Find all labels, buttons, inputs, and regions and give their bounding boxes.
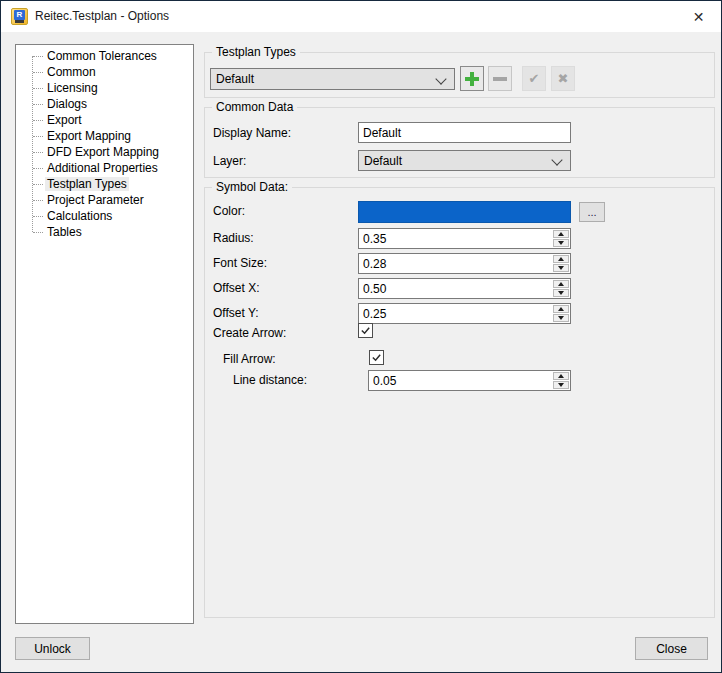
sidebar-item-licensing[interactable]: Licensing <box>16 80 193 96</box>
line-distance-field <box>368 370 571 391</box>
spin-down-button[interactable] <box>553 314 569 322</box>
checkmark-icon: ✔ <box>529 72 540 85</box>
sidebar-item-testplan-types[interactable]: Testplan Types <box>16 176 193 192</box>
triangle-down-icon <box>558 316 564 320</box>
spin-down-button[interactable] <box>553 381 569 389</box>
testplan-type-selected-value: Default <box>216 72 254 86</box>
sidebar-item-dialogs[interactable]: Dialogs <box>16 96 193 112</box>
offset-x-label: Offset X: <box>213 281 259 295</box>
radius-input[interactable] <box>359 229 558 248</box>
triangle-down-icon <box>558 266 564 270</box>
chevron-down-icon <box>551 154 562 165</box>
sidebar-item-common-tolerances[interactable]: Common Tolerances <box>16 48 193 64</box>
spin-up-button[interactable] <box>553 255 569 263</box>
app-icon: R <box>11 8 28 25</box>
layer-selected-value: Default <box>364 154 402 168</box>
color-swatch[interactable] <box>358 201 571 223</box>
color-browse-button[interactable]: ... <box>579 202 605 222</box>
symbol-data-group: Symbol Data: <box>204 187 715 618</box>
chevron-down-icon <box>435 73 446 84</box>
display-name-label: Display Name: <box>213 126 291 140</box>
display-name-input[interactable] <box>358 122 571 143</box>
sidebar-item-export-mapping[interactable]: Export Mapping <box>16 128 193 144</box>
offset-x-input[interactable] <box>359 279 558 298</box>
triangle-down-icon <box>558 291 564 295</box>
confirm-testplan-type-button[interactable]: ✔ <box>522 66 546 91</box>
common-data-group-label: Common Data <box>212 100 297 114</box>
font-size-input[interactable] <box>359 254 558 273</box>
line-distance-label: Line distance: <box>233 373 307 387</box>
options-tree: Common Tolerances Common Licensing Dialo… <box>15 44 194 624</box>
triangle-down-icon <box>558 383 564 387</box>
triangle-up-icon <box>558 257 564 261</box>
spin-down-button[interactable] <box>553 264 569 272</box>
close-button[interactable]: Close <box>635 637 708 660</box>
sidebar-item-additional-properties[interactable]: Additional Properties <box>16 160 193 176</box>
spin-up-button[interactable] <box>553 280 569 288</box>
offset-y-label: Offset Y: <box>213 306 259 320</box>
window-close-button[interactable]: ✕ <box>676 1 721 32</box>
radius-field <box>358 228 571 249</box>
triangle-up-icon <box>558 307 564 311</box>
testplan-type-select[interactable]: Default <box>210 68 455 90</box>
minus-icon <box>493 77 507 81</box>
triangle-up-icon <box>558 374 564 378</box>
sidebar-item-project-parameter[interactable]: Project Parameter <box>16 192 193 208</box>
delete-testplan-type-button[interactable]: ✖ <box>551 66 575 91</box>
add-testplan-type-button[interactable] <box>460 66 484 91</box>
font-size-label: Font Size: <box>213 256 267 270</box>
options-dialog: R Reitec.Testplan - Options ✕ Common Tol… <box>0 0 722 673</box>
close-icon: ✕ <box>693 9 705 25</box>
line-distance-input[interactable] <box>369 371 558 390</box>
spin-down-button[interactable] <box>553 289 569 297</box>
title-bar: R Reitec.Testplan - Options ✕ <box>1 1 721 32</box>
offset-y-field <box>358 303 571 324</box>
spin-down-button[interactable] <box>553 239 569 247</box>
triangle-up-icon <box>558 232 564 236</box>
spin-up-button[interactable] <box>553 305 569 313</box>
window-title: Reitec.Testplan - Options <box>35 1 169 32</box>
plus-icon <box>465 72 479 86</box>
testplan-types-group-label: Testplan Types <box>212 45 300 59</box>
checkmark-icon <box>360 325 371 336</box>
layer-label: Layer: <box>213 154 246 168</box>
sidebar-item-calculations[interactable]: Calculations <box>16 208 193 224</box>
spin-up-button[interactable] <box>553 372 569 380</box>
font-size-field <box>358 253 571 274</box>
x-icon: ✖ <box>558 72 569 85</box>
symbol-data-group-label: Symbol Data: <box>212 180 292 194</box>
tree-rows: Common Tolerances Common Licensing Dialo… <box>16 48 193 240</box>
unlock-button[interactable]: Unlock <box>15 637 90 660</box>
radius-label: Radius: <box>213 231 254 245</box>
offset-x-field <box>358 278 571 299</box>
triangle-down-icon <box>558 241 564 245</box>
color-label: Color: <box>213 204 245 218</box>
create-arrow-label: Create Arrow: <box>213 326 286 340</box>
sidebar-item-tables[interactable]: Tables <box>16 224 193 240</box>
offset-y-input[interactable] <box>359 304 558 323</box>
fill-arrow-label: Fill Arrow: <box>223 352 276 366</box>
create-arrow-checkbox[interactable] <box>358 323 373 338</box>
sidebar-item-common[interactable]: Common <box>16 64 193 80</box>
layer-select[interactable]: Default <box>358 150 571 171</box>
triangle-up-icon <box>558 282 564 286</box>
app-icon-letter: R <box>14 10 25 20</box>
remove-testplan-type-button[interactable] <box>488 66 512 91</box>
sidebar-item-dfd-export-mapping[interactable]: DFD Export Mapping <box>16 144 193 160</box>
checkmark-icon <box>371 352 382 363</box>
sidebar-item-export[interactable]: Export <box>16 112 193 128</box>
spin-up-button[interactable] <box>553 230 569 238</box>
fill-arrow-checkbox[interactable] <box>369 350 384 365</box>
